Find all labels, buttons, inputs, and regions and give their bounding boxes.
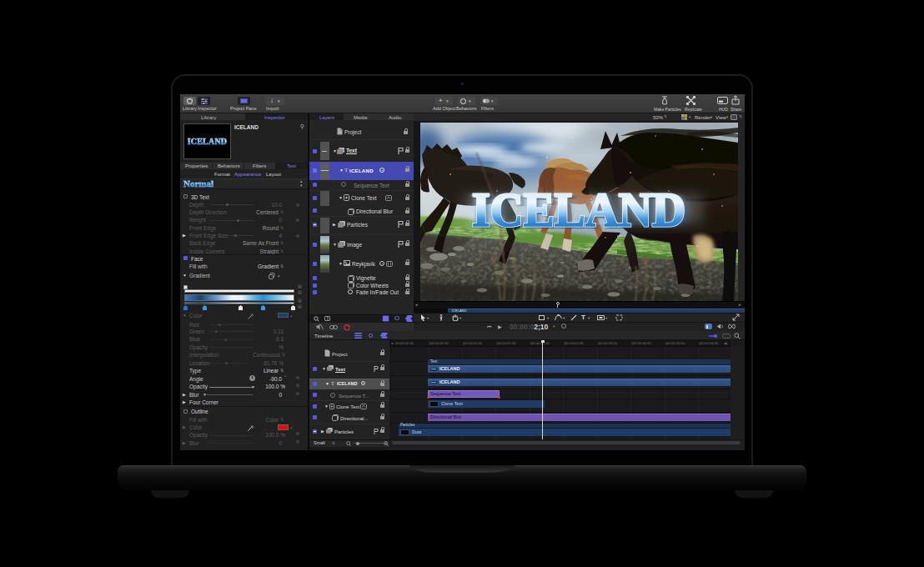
svg-text:ICELAND: ICELAND: [472, 183, 685, 237]
